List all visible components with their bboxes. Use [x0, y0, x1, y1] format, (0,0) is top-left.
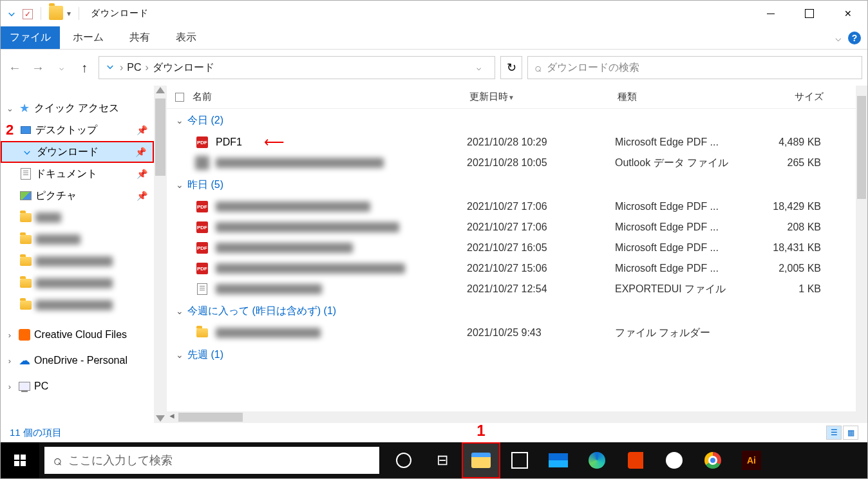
sidebar-item-redacted[interactable] [1, 250, 154, 272]
column-name[interactable]: 名前 [193, 91, 469, 103]
sidebar-item-label: Creative Cloud Files [34, 329, 127, 341]
start-button[interactable] [1, 442, 39, 478]
forward-button[interactable]: → [29, 59, 47, 77]
tab-view[interactable]: 表示 [163, 26, 209, 49]
chevron-down-icon[interactable]: ⌄ [176, 306, 184, 316]
sidebar-item-label: ドキュメント [35, 167, 97, 181]
back-button[interactable]: ← [6, 59, 24, 77]
file-date: 2021/10/27 17:06 [467, 221, 615, 233]
chevron-right-icon[interactable]: › [5, 382, 15, 391]
file-row[interactable]: PDF2021/10/27 15:06Microsoft Edge PDF ..… [167, 258, 867, 279]
quick-access-root[interactable]: ⌄ ★ クイック アクセス [1, 97, 154, 119]
store-taskbar-button[interactable] [500, 442, 539, 478]
explorer-taskbar-button[interactable]: 1 [462, 442, 500, 478]
file-tab[interactable]: ファイル [1, 26, 60, 49]
nav-scrollbar[interactable] [154, 86, 167, 423]
sidebar-item-pictures[interactable]: ピクチャ 📌 [1, 185, 154, 207]
chevron-right-icon: › [120, 62, 123, 73]
column-type[interactable]: 種類 [618, 91, 753, 103]
recent-locations-button[interactable]: ⌵ [52, 59, 70, 77]
address-dropdown-icon[interactable]: ⌵ [467, 56, 489, 79]
chevron-right-icon[interactable]: › [5, 356, 15, 366]
column-size[interactable]: サイズ [753, 91, 836, 103]
ribbon-collapse-icon[interactable]: ⌵ [835, 32, 842, 44]
cortana-button[interactable] [384, 442, 423, 478]
large-icons-view-button[interactable]: ▦ [843, 426, 858, 440]
vertical-scrollbar[interactable] [856, 86, 867, 423]
chrome-taskbar-button[interactable] [693, 442, 732, 478]
illustrator-taskbar-button[interactable]: Ai [732, 442, 771, 478]
details-view-button[interactable]: ☰ [826, 426, 842, 440]
file-row[interactable]: 2021/10/28 10:05Outlook データ ファイル265 KB [167, 153, 867, 173]
task-view-button[interactable]: ⊟ [423, 442, 462, 478]
document-icon [20, 168, 32, 180]
search-box[interactable]: ⌕ ダウンロードの検索 [527, 56, 862, 79]
edge-taskbar-button[interactable] [578, 442, 616, 478]
horizontal-scrollbar[interactable] [167, 411, 867, 423]
group-header[interactable]: ⌄今週に入って (昨日は含めず) (1) [167, 299, 867, 323]
sidebar-item-downloads[interactable]: ダウンロード 📌 [1, 141, 154, 163]
sidebar-item-onedrive[interactable]: › ☁ OneDrive - Personal [1, 350, 154, 371]
titlebar-folder-icon [49, 6, 63, 22]
file-row[interactable]: 2021/10/25 9:43ファイル フォルダー [167, 323, 867, 343]
sidebar-item-label: ピクチャ [35, 189, 77, 203]
file-size: 18,429 KB [750, 201, 834, 212]
column-date[interactable]: 更新日時▼ [469, 91, 618, 103]
group-header[interactable]: ⌄今日 (2) [167, 109, 867, 132]
refresh-button[interactable]: ↻ [500, 56, 522, 79]
breadcrumb-pc[interactable]: PC [127, 62, 141, 73]
sidebar-item-redacted[interactable] [1, 272, 154, 294]
file-size: 18,431 KB [750, 242, 834, 254]
download-icon [21, 146, 33, 158]
qat-download-icon[interactable] [5, 6, 19, 21]
chevron-right-icon[interactable]: › [5, 330, 15, 340]
chevron-down-icon[interactable]: ⌄ [176, 180, 184, 190]
file-name [216, 202, 467, 212]
up-button[interactable]: ↑ [75, 59, 93, 77]
file-type: Microsoft Edge PDF ... [615, 263, 750, 274]
file-row[interactable]: PDFPDF1⟵2021/10/28 10:29Microsoft Edge P… [167, 132, 867, 153]
taskbar-search[interactable]: ⌕ ここに入力して検索 [44, 447, 379, 474]
chevron-down-icon[interactable]: ⌄ [176, 350, 184, 360]
sidebar-item-documents[interactable]: ドキュメント 📌 [1, 163, 154, 185]
sidebar-item-redacted[interactable] [1, 294, 154, 316]
sidebar-item-creative-cloud[interactable]: › Creative Cloud Files [1, 324, 154, 346]
search-icon: ⌕ [53, 452, 62, 469]
address-folder-icon [104, 61, 116, 75]
folder-icon [20, 212, 32, 223]
close-button[interactable] [829, 1, 867, 26]
annotation-arrow: ⟵ [264, 134, 285, 151]
minimize-button[interactable] [751, 1, 790, 26]
tab-share[interactable]: 共有 [117, 26, 163, 49]
select-all-checkbox[interactable] [167, 93, 193, 102]
group-header[interactable]: ⌄先週 (1) [167, 343, 867, 366]
chevron-down-icon[interactable]: ⌄ [176, 115, 184, 126]
office-icon [628, 452, 643, 469]
sidebar-item-redacted[interactable] [1, 229, 154, 250]
chevron-down-icon[interactable]: ⌄ [5, 104, 15, 113]
pin-icon: 📌 [137, 191, 154, 201]
breadcrumb-downloads[interactable]: ダウンロード [153, 61, 214, 75]
folder-icon [20, 277, 32, 289]
folder-icon [20, 299, 32, 311]
help-icon[interactable]: ? [848, 32, 861, 44]
sidebar-item-label: OneDrive - Personal [34, 355, 127, 366]
file-row[interactable]: PDF2021/10/27 17:06Microsoft Edge PDF ..… [167, 217, 867, 238]
qat-checkbox-icon[interactable]: ✓ [23, 8, 33, 19]
group-header[interactable]: ⌄昨日 (5) [167, 173, 867, 196]
qat-menu-dropdown[interactable]: ▾ [67, 9, 71, 18]
app-taskbar-button[interactable] [655, 442, 693, 478]
maximize-button[interactable] [790, 1, 829, 26]
office-taskbar-button[interactable] [616, 442, 655, 478]
address-bar[interactable]: › PC › ダウンロード ⌵ [99, 56, 495, 79]
file-row[interactable]: 2021/10/27 12:54EXPORTEDUI ファイル1 KB [167, 279, 867, 299]
file-row[interactable]: PDF2021/10/27 17:06Microsoft Edge PDF ..… [167, 196, 867, 217]
sort-descending-icon: ▼ [508, 94, 514, 101]
sidebar-item-redacted[interactable] [1, 207, 154, 229]
file-name [216, 263, 467, 274]
sidebar-item-pc[interactable]: › PC [1, 375, 154, 397]
file-row[interactable]: PDF2021/10/27 16:05Microsoft Edge PDF ..… [167, 238, 867, 258]
mail-taskbar-button[interactable] [539, 442, 578, 478]
sidebar-item-desktop[interactable]: デスクトップ 📌 [1, 119, 154, 141]
tab-home[interactable]: ホーム [60, 26, 117, 49]
